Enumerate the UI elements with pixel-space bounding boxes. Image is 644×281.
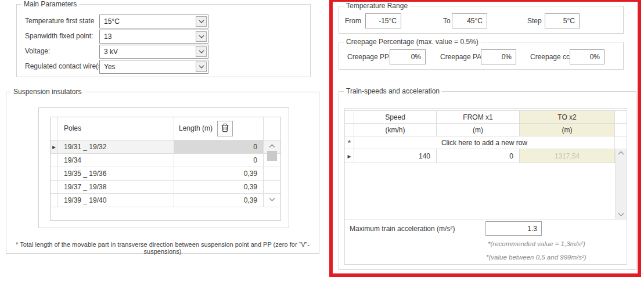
creepage-cc-input[interactable] [570, 49, 605, 64]
scrollbar-cell [615, 124, 627, 136]
row-selector-header-cell [345, 111, 354, 123]
from-unit-header: (m) [437, 124, 520, 136]
scroll-up-button[interactable] [264, 144, 280, 148]
temperature-range-title: Temperature Range [344, 2, 410, 10]
scroll-down-button[interactable] [616, 212, 627, 217]
max-acceleration-label: Maximum train acceleration (m/s²) [350, 225, 455, 233]
speed-cell[interactable]: 140 [354, 149, 437, 163]
chevron-down-icon[interactable] [196, 31, 207, 42]
temperature-first-state-value: 15°C [104, 17, 120, 26]
to-x2-column-header[interactable]: TO x2 [520, 111, 615, 123]
spanwidth-fixed-point-label: Spanwidth fixed point: [25, 32, 93, 40]
speed-column-header[interactable]: Speed [354, 111, 437, 123]
temperature-first-state-label: Temperature first state [25, 17, 94, 25]
scrollbar-thumb[interactable] [267, 151, 277, 161]
current-row-arrow-icon: ▸ [51, 140, 58, 153]
trash-icon [221, 123, 229, 134]
new-row-asterisk-icon: * [345, 136, 354, 149]
suspension-insulators-table: Poles Length (m) [50, 117, 281, 221]
spanwidth-fixed-point-select[interactable]: 13 [99, 30, 208, 44]
creepage-cc-label: Creepage cc [530, 53, 570, 61]
regulated-contact-wires-value: Yes [104, 63, 116, 71]
chevron-down-icon [269, 197, 275, 201]
creepage-pa-label: Creepage PA [440, 53, 481, 61]
recommended-value-note: *(recommended value = 1,3m/s²) [488, 240, 585, 247]
table-row[interactable]: 19/37 _ 19/38 0,39 [51, 181, 280, 194]
voltage-select[interactable]: 3 kV [99, 45, 208, 59]
scroll-up-button[interactable] [616, 151, 627, 155]
train-speeds-title: Train-speeds and acceleration [344, 87, 442, 95]
creepage-pp-label: Creepage PP [347, 53, 389, 61]
chevron-up-icon [269, 144, 275, 148]
from-label: From [345, 17, 361, 25]
from-x1-cell[interactable]: 0 [437, 149, 520, 163]
to-label: To [443, 17, 451, 25]
voltage-value: 3 kV [104, 48, 118, 56]
value-range-note: *(value between 0,5 and 999m/s²) [486, 254, 587, 261]
main-parameters-title: Main Parameters [21, 0, 79, 8]
app-window: Main Parameters Temperature first state … [0, 0, 644, 281]
vertical-scrollbar[interactable] [615, 149, 627, 219]
chevron-up-icon [618, 151, 624, 155]
scroll-down-button[interactable] [264, 197, 280, 201]
max-acceleration-input[interactable] [485, 221, 542, 236]
table-row[interactable]: 19/35 _ 19/36 0,39 [51, 167, 280, 181]
scrollbar-header-cell [264, 117, 280, 140]
suspension-insulators-title: Suspension insulators [11, 88, 84, 96]
regulated-contact-wires-label: Regulated contact wire(s): [25, 62, 106, 70]
poles-column-header[interactable]: Poles [58, 117, 174, 140]
chevron-down-icon[interactable] [196, 16, 207, 27]
spanwidth-fixed-point-value: 13 [104, 33, 111, 41]
train-speeds-table: Speed FROM x1 TO x2 (km/h) [345, 110, 627, 163]
table-row[interactable]: 19/39 _ 19/40 0,39 [51, 194, 280, 207]
table-row[interactable]: ▸ 140 0 1317,54 [345, 149, 627, 163]
table-unit-row: (km/h) (m) (m) [345, 124, 627, 136]
chevron-down-icon[interactable] [196, 46, 207, 57]
temperature-range-group: Temperature Range From To Step [339, 6, 624, 34]
temperature-from-input[interactable] [365, 13, 401, 28]
delete-column-button[interactable] [217, 121, 233, 136]
train-speeds-container: Speed FROM x1 TO x2 (km/h) [344, 108, 627, 265]
from-x1-column-header[interactable]: FROM x1 [437, 111, 520, 123]
to-unit-header: (m) [520, 124, 615, 136]
table-row[interactable]: ▸ 19/31 _ 19/32 0 [51, 140, 280, 154]
temperature-first-state-select[interactable]: 15°C [99, 15, 208, 28]
voltage-label: Voltage: [25, 47, 50, 55]
section-divider [345, 219, 627, 219]
add-new-row-text[interactable]: Click here to add a new row [354, 136, 615, 149]
selected-cell[interactable]: 0 [174, 140, 264, 153]
to-x2-cell: 1317,54 [520, 149, 615, 163]
current-row-arrow-icon: ▸ [345, 149, 354, 163]
table-row[interactable]: 19/34 0 [51, 154, 280, 167]
chevron-down-icon[interactable] [196, 62, 207, 72]
row-selector-header-cell [51, 117, 58, 140]
suspension-footnote: * Total length of the movable part in tr… [6, 241, 319, 255]
vertical-scrollbar[interactable] [264, 140, 280, 207]
train-speeds-group: Train-speeds and acceleration Speed FROM… [339, 91, 636, 270]
table-header-row: Speed FROM x1 TO x2 [345, 110, 627, 124]
regulated-contact-wires-select[interactable]: Yes [99, 60, 208, 74]
creepage-pp-input[interactable] [390, 49, 426, 64]
suspension-insulators-group: Suspension insulators Poles Length (m) [6, 92, 319, 254]
table-header-row: Poles Length (m) [51, 117, 280, 140]
scrollbar-cell [615, 136, 627, 149]
main-parameters-group: Main Parameters Temperature first state … [16, 4, 311, 77]
speed-unit-header: (km/h) [354, 124, 437, 136]
creepage-title: Creepage Percentage (max. value = 0.5%) [344, 38, 481, 46]
creepage-pa-input[interactable] [481, 49, 516, 64]
add-new-row[interactable]: * Click here to add a new row [345, 136, 627, 149]
suspension-insulators-panel: Poles Length (m) [38, 107, 289, 228]
length-column-header[interactable]: Length (m) [174, 117, 264, 140]
step-label: Step [527, 17, 542, 25]
chevron-down-icon [618, 212, 624, 217]
temperature-step-input[interactable] [545, 13, 580, 28]
scrollbar-header-cell [615, 111, 627, 123]
temperature-to-input[interactable] [452, 13, 487, 28]
creepage-percentage-group: Creepage Percentage (max. value = 0.5%) … [339, 42, 624, 70]
